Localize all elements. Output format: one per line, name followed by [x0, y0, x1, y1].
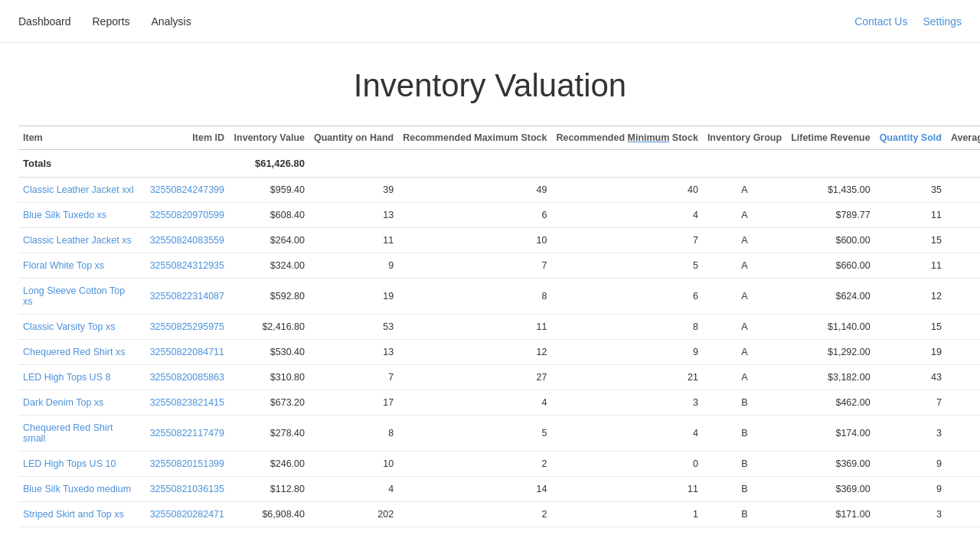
col-header-inv-value: Inventory Value: [229, 126, 309, 150]
col-header-rec-max: Recommended Maximum Stock: [398, 126, 551, 150]
table-row: Floral White Top xs 32550824312935 $324.…: [18, 253, 980, 279]
cell-inv-group: A: [703, 279, 786, 315]
totals-inv-group: [703, 150, 786, 178]
cell-item-id: 32550822084711: [141, 340, 229, 365]
cell-lifetime-rev: $789.77: [786, 203, 875, 228]
cell-qty-hand: 13: [309, 340, 398, 365]
cell-rec-max: 12: [398, 340, 551, 365]
cell-inv-group: B: [703, 390, 786, 416]
cell-inv-group: A: [703, 253, 786, 279]
cell-qty-sold: 11: [875, 203, 946, 228]
cell-item[interactable]: Blue Silk Tuxedo medium: [18, 477, 141, 502]
cell-inv-value: $530.40: [229, 340, 309, 365]
cell-avg-sell: $68.00: [946, 340, 980, 365]
cell-rec-min: 5: [551, 253, 702, 279]
cell-inv-group: A: [703, 178, 786, 203]
cell-rec-min: 4: [551, 203, 702, 228]
cell-rec-min: 1: [551, 502, 702, 527]
cell-qty-hand: 53: [309, 315, 398, 340]
cell-rec-min: 21: [551, 365, 702, 390]
cell-qty-hand: 4: [309, 477, 398, 502]
totals-qty-sold: [875, 150, 946, 178]
nav-right: Contact UsSettings: [854, 15, 962, 28]
cell-lifetime-rev: $1,140.00: [786, 315, 875, 340]
cell-qty-hand: 11: [309, 228, 398, 253]
cell-qty-sold: 11: [875, 253, 946, 279]
cell-avg-sell: $66.00: [946, 390, 980, 416]
cell-item[interactable]: Striped Skirt and Top xs: [18, 502, 141, 527]
cell-rec-min: 7: [551, 228, 702, 253]
cell-rec-min: 11: [551, 477, 702, 502]
cell-item[interactable]: Blue Silk Tuxedo xs: [18, 203, 141, 228]
page-title: Inventory Valuation: [0, 43, 980, 126]
cell-item[interactable]: Chequered Red Shirt small: [18, 416, 141, 452]
table-header-row: Item Item ID Inventory Value Quantity on…: [18, 126, 980, 150]
cell-inv-value: $608.40: [229, 203, 309, 228]
nav-reports[interactable]: Reports: [93, 15, 130, 28]
nav-settings[interactable]: Settings: [923, 15, 962, 28]
cell-qty-sold: 9: [875, 452, 946, 477]
cell-item-id: 32550824312935: [141, 253, 229, 279]
totals-inv-value: $61,426.80: [229, 150, 309, 178]
cell-item[interactable]: Classic Leather Jacket xs: [18, 228, 141, 253]
cell-rec-min: 6: [551, 279, 702, 315]
table-row: Classic Leather Jacket xs 32550824083559…: [18, 228, 980, 253]
cell-qty-sold: 3: [875, 502, 946, 527]
cell-inv-value: $264.00: [229, 228, 309, 253]
cell-avg-sell: $71.71: [946, 203, 980, 228]
cell-rec-max: 5: [398, 416, 551, 452]
cell-item[interactable]: Dark Denim Top xs: [18, 390, 141, 416]
cell-item[interactable]: LED High Tops US 10: [18, 452, 141, 477]
cell-qty-hand: 17: [309, 390, 398, 416]
cell-rec-max: 11: [398, 315, 551, 340]
cell-inv-group: A: [703, 203, 786, 228]
cell-inv-group: B: [703, 416, 786, 452]
cell-qty-hand: 8: [309, 416, 398, 452]
nav-analysis[interactable]: Analysis: [152, 15, 191, 28]
col-header-item-id: Item ID: [141, 126, 229, 150]
cell-item[interactable]: Classic Varsity Top xs: [18, 315, 141, 340]
cell-inv-value: $278.40: [229, 416, 309, 452]
cell-rec-min: 0: [551, 452, 702, 477]
cell-avg-sell: $41.00: [946, 452, 980, 477]
table-row: Chequered Red Shirt xs 32550822084711 $5…: [18, 340, 980, 365]
cell-avg-sell: $60.00: [946, 253, 980, 279]
cell-rec-max: 7: [398, 253, 551, 279]
totals-avg-sell: [946, 150, 980, 178]
cell-qty-sold: 43: [875, 365, 946, 390]
cell-rec-max: 8: [398, 279, 551, 315]
totals-qty-hand: [309, 150, 398, 178]
cell-item[interactable]: Chequered Red Shirt xs: [18, 340, 141, 365]
col-header-rec-min: Recommended Minimum Stock: [551, 126, 702, 150]
cell-rec-max: 10: [398, 228, 551, 253]
cell-rec-max: 2: [398, 452, 551, 477]
cell-rec-min: 4: [551, 416, 702, 452]
cell-qty-sold: 15: [875, 315, 946, 340]
cell-avg-sell: $58.00: [946, 416, 980, 452]
cell-inv-value: $2,416.80: [229, 315, 309, 340]
cell-lifetime-rev: $462.00: [786, 390, 875, 416]
nav-dashboard[interactable]: Dashboard: [18, 15, 71, 28]
table-row: Blue Silk Tuxedo medium 32550821036135 $…: [18, 477, 980, 502]
cell-rec-max: 4: [398, 390, 551, 416]
cell-inv-group: B: [703, 502, 786, 527]
cell-qty-sold: 3: [875, 416, 946, 452]
cell-qty-hand: 202: [309, 502, 398, 527]
cell-item[interactable]: Long Sleeve Cotton Top xs: [18, 279, 141, 315]
cell-item[interactable]: Classic Leather Jacket xxl: [18, 178, 141, 203]
cell-item[interactable]: Floral White Top xs: [18, 253, 141, 279]
cell-lifetime-rev: $171.00: [786, 502, 875, 527]
cell-rec-max: 14: [398, 477, 551, 502]
cell-inv-value: $324.00: [229, 253, 309, 279]
nav-contact[interactable]: Contact Us: [854, 15, 907, 28]
cell-rec-max: 6: [398, 203, 551, 228]
cell-item-id: 32550820085863: [141, 365, 229, 390]
table-row: Chequered Red Shirt small 32550822117479…: [18, 416, 980, 452]
cell-item[interactable]: LED High Tops US 8: [18, 365, 141, 390]
navbar: DashboardReportsAnalysis Contact UsSetti…: [0, 0, 980, 43]
cell-item-id: 32550824083559: [141, 228, 229, 253]
cell-avg-sell: $41.00: [946, 178, 980, 203]
cell-inv-group: A: [703, 365, 786, 390]
cell-qty-sold: 9: [875, 477, 946, 502]
cell-lifetime-rev: $600.00: [786, 228, 875, 253]
